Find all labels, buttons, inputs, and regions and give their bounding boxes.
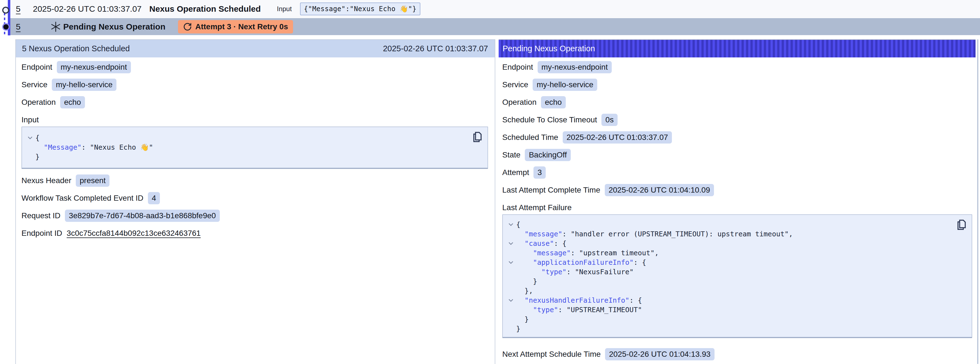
copy-icon[interactable] [956, 219, 967, 231]
field-label: Attempt [502, 168, 529, 177]
json-code-line: { [35, 133, 40, 143]
collapse-chevron-icon[interactable] [506, 220, 516, 229]
field-label: Schedule To Close Timeout [502, 115, 597, 124]
field-label: Service [502, 80, 528, 89]
collapse-chevron-icon [506, 229, 516, 239]
json-code-line: } [516, 277, 537, 286]
field-value-badge: 2025-02-26 UTC 01:04:10.09 [605, 184, 714, 196]
json-code-line: { [516, 220, 520, 229]
event-timestamp: 2025-02-26 UTC 01:03:37.07 [33, 4, 142, 14]
field-row-workflow-task-completed-event-id: Workflow Task Completed Event ID 4 [21, 192, 488, 204]
field-row-nexus-header: Nexus Header present [21, 174, 488, 187]
field-value-badge: 3 [533, 166, 546, 179]
field-row-last-attempt-complete-time: Last Attempt Complete Time 2025-02-26 UT… [502, 184, 972, 196]
event-detail-panel-scheduled: 5 Nexus Operation Scheduled 2025-02-26 U… [15, 39, 495, 364]
field-label: Service [21, 80, 47, 89]
failure-json-viewer: { "message": "handler error (UPSTREAM_TI… [502, 214, 972, 338]
event-id-link[interactable]: 5 [16, 4, 21, 14]
collapse-chevron-icon [506, 277, 516, 286]
collapse-chevron-icon [506, 305, 516, 315]
field-label: Next Attempt Schedule Time [502, 350, 601, 359]
field-row-next-attempt-schedule-time: Next Attempt Schedule Time 2025-02-26 UT… [502, 348, 972, 360]
collapse-chevron-icon [506, 248, 516, 258]
scheduled-panel-title: 5 Nexus Operation Scheduled [22, 44, 130, 53]
field-value-badge: echo [60, 96, 85, 109]
field-label: Scheduled Time [502, 133, 558, 142]
copy-icon[interactable] [472, 131, 483, 143]
field-value-badge: my-hello-service [533, 78, 597, 91]
field-row-request-id: Request ID 3e829b7e-7d67-4b08-aad3-b1e86… [21, 209, 488, 222]
field-label: Operation [21, 98, 56, 107]
event-input-label: Input [277, 5, 292, 13]
collapse-chevron-icon[interactable] [506, 239, 516, 248]
attempt-badge-label: Attempt 3 · Next Retry 0s [195, 22, 288, 31]
timeline-node-selected-icon [2, 23, 10, 31]
collapse-chevron-icon [506, 324, 516, 334]
field-row-endpoint-id: Endpoint ID 3c0c75ccfa8144b092c13ce63246… [21, 227, 488, 239]
event-id-link[interactable]: 5 [16, 22, 21, 32]
json-code-line: } [516, 315, 529, 324]
timeline-active-bar [8, 0, 10, 35]
pending-asterisk-icon [50, 21, 62, 33]
event-input-preview-chip: {"Message":"Nexus Echo 👋"} [300, 3, 420, 15]
pending-panel-title: Pending Nexus Operation [503, 44, 595, 53]
field-row-operation: Operation echo [502, 96, 972, 109]
json-code-line: "applicationFailureInfo": { [516, 258, 646, 267]
event-row-pending-selected[interactable]: 5 Pending Nexus Operation Attempt 3 · Ne… [10, 18, 980, 35]
collapse-chevron-icon[interactable] [506, 296, 516, 305]
input-json-viewer: { "Message": "Nexus Echo 👋"} [21, 126, 488, 169]
collapse-chevron-icon [25, 143, 35, 152]
last-attempt-failure-label: Last Attempt Failure [502, 201, 972, 214]
field-value-badge: 3e829b7e-7d67-4b08-aad3-b1e868bfe9e0 [65, 209, 220, 222]
field-row-operation: Operation echo [21, 96, 488, 109]
retry-icon [183, 22, 192, 31]
field-value-badge: my-nexus-endpoint [57, 61, 131, 73]
field-label: Request ID [21, 211, 60, 220]
field-row-endpoint: Endpoint my-nexus-endpoint [21, 61, 488, 73]
field-row-state: State BackingOff [502, 149, 972, 161]
collapse-chevron-icon [506, 267, 516, 277]
field-value-badge: 2025-02-26 UTC 01:04:13.93 [605, 348, 714, 360]
json-code-line: } [516, 324, 520, 334]
field-row-service: Service my-hello-service [502, 78, 972, 91]
field-label: State [502, 150, 520, 160]
field-label: Endpoint ID [21, 229, 62, 238]
collapse-chevron-icon [506, 286, 516, 296]
json-code-line: "nexusHandlerFailureInfo": { [516, 296, 642, 305]
event-row-scheduled[interactable]: 5 2025-02-26 UTC 01:03:37.07 Nexus Opera… [10, 0, 980, 18]
timeline-node-open-icon [2, 7, 9, 14]
endpoint-id-link[interactable]: 3c0c75ccfa8144b092c13ce632463761 [67, 229, 200, 238]
collapse-chevron-icon[interactable] [506, 258, 516, 267]
collapse-chevron-icon [25, 152, 35, 162]
field-label: Workflow Task Completed Event ID [21, 194, 143, 203]
field-value-badge: BackingOff [525, 149, 571, 161]
attempt-retry-badge: Attempt 3 · Next Retry 0s [178, 20, 293, 34]
field-label: Last Attempt Complete Time [502, 186, 600, 195]
json-code-line: "type": "NexusFailure" [516, 267, 633, 277]
collapse-chevron-icon[interactable] [25, 133, 35, 143]
pending-panel-header: Pending Nexus Operation [499, 39, 975, 57]
scheduled-panel-timestamp: 2025-02-26 UTC 01:03:37.07 [383, 44, 488, 53]
field-value-badge: 2025-02-26 UTC 01:03:37.07 [563, 131, 672, 144]
field-value-badge: echo [541, 96, 566, 109]
field-row-scheduled-time: Scheduled Time 2025-02-26 UTC 01:03:37.0… [502, 131, 972, 144]
field-row-service: Service my-hello-service [21, 78, 488, 91]
json-code-line: "message": "upstream timeout", [516, 248, 659, 258]
pending-operation-panel: Pending Nexus Operation Endpoint my-nexu… [499, 39, 975, 364]
field-row-endpoint: Endpoint my-nexus-endpoint [502, 61, 972, 73]
field-value-badge: 0s [601, 114, 617, 126]
field-label: Endpoint [502, 63, 533, 72]
field-row-attempt: Attempt 3 [502, 166, 972, 179]
event-title: Nexus Operation Scheduled [149, 4, 261, 14]
json-code-line: "cause": { [516, 239, 566, 248]
json-code-line: "type": "UPSTREAM_TIMEOUT" [516, 305, 642, 315]
event-title: Pending Nexus Operation [63, 22, 165, 32]
vertical-scrollbar[interactable] [977, 39, 978, 364]
field-value-badge: my-nexus-endpoint [538, 61, 612, 73]
field-value-badge: 4 [148, 192, 160, 204]
json-code-line: "message": "handler error (UPSTREAM_TIME… [516, 229, 793, 239]
field-value-badge: present [76, 174, 110, 187]
field-label: Operation [502, 98, 536, 107]
json-code-line: } [35, 152, 40, 162]
scheduled-panel-header: 5 Nexus Operation Scheduled 2025-02-26 U… [16, 40, 495, 57]
